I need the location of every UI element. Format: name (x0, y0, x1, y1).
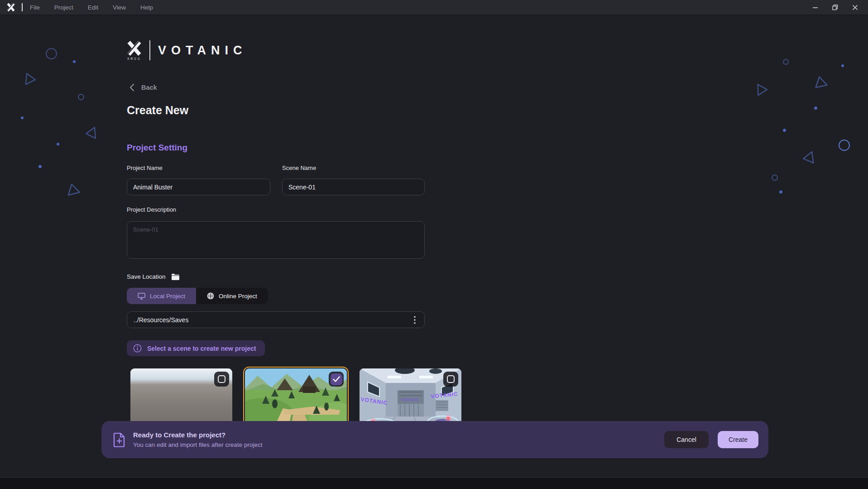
tab-local-project[interactable]: Local Project (127, 288, 196, 304)
decor-circle (783, 59, 789, 65)
brand-logo: XRCC VOTANIC (127, 40, 480, 60)
scene-hint-text: Select a scene to create new project (147, 345, 256, 352)
scene-checkbox-empty[interactable] (214, 372, 229, 387)
create-project-subtitle: You can edit and import files after crea… (133, 441, 262, 448)
tab-local-label: Local Project (150, 293, 185, 300)
scene-hint-banner: Select a scene to create new project (127, 340, 265, 356)
logo-product-label: XRCC (127, 57, 141, 60)
kebab-menu-icon[interactable] (411, 315, 419, 325)
monitor-icon (138, 293, 145, 300)
titlebar-divider (22, 3, 23, 11)
project-name-input[interactable] (127, 179, 270, 195)
project-type-tabs: Local Project Online Project (127, 288, 268, 304)
create-project-bar: Ready to Create the project? You can edi… (101, 421, 768, 458)
save-location-label: Save Location (127, 273, 166, 280)
tab-online-label: Online Project (219, 293, 257, 300)
titlebar: File Project Edit View Help (0, 0, 868, 15)
create-button[interactable]: Create (718, 431, 758, 448)
cancel-button[interactable]: Cancel (664, 431, 709, 448)
svg-text:VOTANIC: VOTANIC (401, 397, 419, 402)
logo-divider (149, 40, 150, 60)
scene-checkbox-village[interactable] (329, 372, 344, 387)
decor-triangle (801, 150, 816, 166)
menubar: File Project Edit View Help (30, 4, 153, 11)
footer-actions: Cancel Create (664, 431, 758, 448)
globe-icon (207, 292, 214, 300)
scene-name-label: Scene Name (282, 165, 425, 171)
decor-dot (73, 60, 76, 63)
page-title: Create New (127, 104, 480, 117)
decor-triangle (812, 73, 829, 91)
scene-name-input[interactable] (282, 179, 425, 195)
back-label: Back (141, 84, 157, 91)
section-title: Project Setting (127, 143, 480, 153)
xrcc-logo-icon: XRCC (127, 41, 142, 60)
taskbar-strip (0, 477, 868, 489)
decor-triangle (84, 126, 99, 141)
decor-dot (21, 116, 24, 119)
create-project-title: Ready to Create the project? (133, 431, 262, 439)
project-name-group: Project Name (127, 165, 270, 195)
tab-online-project[interactable]: Online Project (196, 288, 268, 304)
save-path-field[interactable]: ../Resources/Saves (127, 311, 425, 328)
info-icon (133, 344, 142, 353)
main-content: XRCC VOTANIC Back Create New Project Set… (127, 15, 480, 436)
decor-triangle (755, 82, 769, 97)
decor-dot (814, 107, 817, 110)
project-description-label: Project Description (127, 206, 480, 213)
decor-dot (779, 190, 782, 194)
chevron-left-icon (129, 83, 134, 92)
app-logo-icon (6, 2, 16, 12)
scene-name-group: Scene Name (282, 165, 425, 195)
decor-circle (772, 174, 778, 181)
decor-dot (841, 64, 844, 67)
decor-dot (783, 129, 786, 132)
folder-icon[interactable] (171, 273, 180, 280)
decor-circle (78, 94, 84, 100)
menu-file[interactable]: File (30, 4, 40, 11)
menu-edit[interactable]: Edit (88, 4, 98, 11)
create-project-texts: Ready to Create the project? You can edi… (133, 431, 262, 448)
restore-icon[interactable] (832, 4, 838, 10)
brand-name: VOTANIC (158, 44, 247, 58)
menu-help[interactable]: Help (140, 4, 153, 11)
close-icon[interactable] (852, 4, 858, 10)
menu-view[interactable]: View (113, 4, 126, 11)
menu-project[interactable]: Project (54, 4, 73, 11)
back-button[interactable]: Back (129, 83, 157, 92)
window-controls (812, 4, 862, 10)
project-description-textarea[interactable] (127, 221, 425, 259)
file-plus-icon (113, 432, 125, 447)
decor-dot (38, 165, 42, 168)
minimize-icon[interactable] (812, 4, 818, 10)
decor-dot (57, 143, 59, 145)
decor-triangle (23, 72, 38, 87)
decor-triangle (64, 181, 82, 199)
scene-checkbox-scifi-lab[interactable] (443, 372, 458, 387)
save-path-value: ../Resources/Saves (134, 316, 188, 324)
decor-circle (839, 140, 850, 151)
project-name-label: Project Name (127, 165, 270, 171)
decor-circle (46, 48, 57, 59)
